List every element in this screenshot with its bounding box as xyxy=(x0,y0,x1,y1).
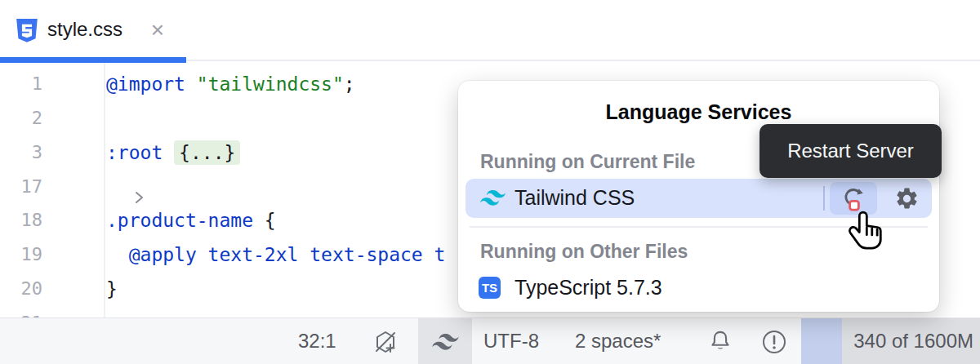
list-item-typescript[interactable]: TS TypeScript 5.7.3 xyxy=(466,270,932,306)
close-icon[interactable]: × xyxy=(147,20,168,41)
typescript-logo-icon: TS xyxy=(479,277,501,299)
code-token: ; xyxy=(344,73,355,95)
line-number: 1 xyxy=(0,67,42,101)
encoding-widget[interactable]: UTF-8 xyxy=(483,318,539,364)
tab-style-css[interactable]: style.css × xyxy=(0,0,186,61)
line-number: 19 xyxy=(0,237,42,272)
service-label: TypeScript 5.7.3 xyxy=(514,276,662,300)
notifications-bell-icon[interactable] xyxy=(702,318,738,364)
code-token: @import xyxy=(106,73,185,95)
editor-tab-bar: style.css × xyxy=(0,0,980,61)
inspections-disabled-icon[interactable] xyxy=(369,318,402,364)
code-token: .product-name xyxy=(106,210,253,231)
line-number: 20 xyxy=(0,272,42,306)
folded-region[interactable]: {...} xyxy=(174,140,240,165)
hand-pointer-cursor xyxy=(846,209,889,261)
tailwind-logo-icon xyxy=(432,334,459,350)
memory-indicator-label: 340 of 1600M xyxy=(853,318,973,364)
memory-indicator-widget[interactable]: 340 of 1600M xyxy=(801,318,980,364)
code-token: } xyxy=(106,278,118,300)
restart-server-tooltip: Restart Server xyxy=(760,124,942,178)
code-token: @apply text-2xl text-space t xyxy=(106,244,445,265)
popup-title: Language Services xyxy=(458,100,939,124)
indent-widget[interactable]: 2 spaces* xyxy=(575,318,661,364)
line-number: 21 xyxy=(0,306,42,317)
tooltip-text: Restart Server xyxy=(787,140,914,162)
caret-position-widget[interactable]: 32:1 xyxy=(298,318,336,364)
line-number: 2 xyxy=(0,101,42,135)
section-header-current-file: Running on Current File xyxy=(480,151,695,173)
tab-label: style.css xyxy=(47,18,122,41)
active-tab-indicator xyxy=(0,57,186,63)
tailwind-logo-icon xyxy=(480,190,506,209)
css-file-icon xyxy=(15,18,39,47)
code-token: :root xyxy=(106,142,163,163)
status-bar: 32:1 UTF-8 2 spaces* 340 of 1600M xyxy=(0,317,980,364)
settings-button[interactable] xyxy=(885,182,928,215)
code-token: { xyxy=(253,210,276,231)
line-number: 18 xyxy=(0,203,42,237)
settings-gear-icon xyxy=(894,186,920,211)
language-services-popup: Language Services Running on Current Fil… xyxy=(458,81,939,312)
code-token xyxy=(185,73,197,95)
service-label: Tailwind CSS xyxy=(514,186,635,210)
language-services-widget[interactable] xyxy=(418,318,472,364)
restart-server-icon xyxy=(840,184,867,212)
code-token: "tailwindcss" xyxy=(197,73,344,95)
error-circle-icon[interactable] xyxy=(756,318,792,364)
actions-divider xyxy=(823,186,825,211)
code-token xyxy=(163,142,174,163)
line-number: 17 xyxy=(0,170,42,204)
line-number: 3 xyxy=(0,135,42,170)
section-header-other-files: Running on Other Files xyxy=(480,241,688,263)
memory-usage-fill xyxy=(801,318,842,364)
